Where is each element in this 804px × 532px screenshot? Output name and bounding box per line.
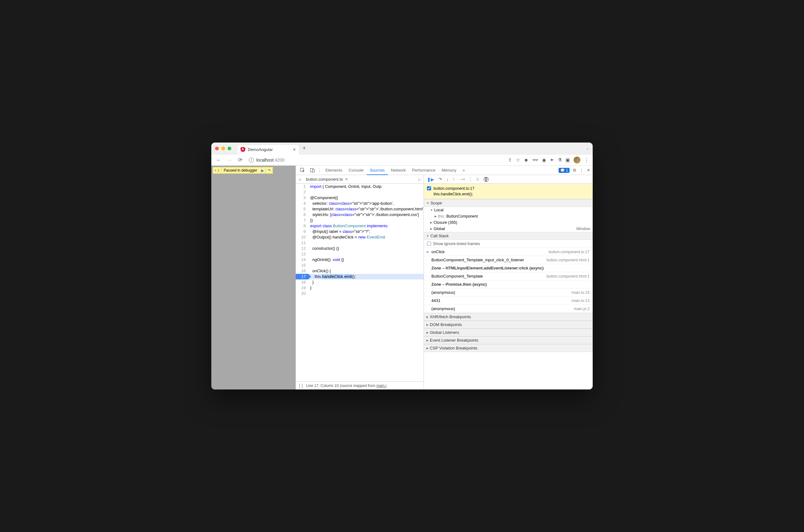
step-into-icon[interactable]: ↓ [446, 177, 448, 182]
code-line[interactable]: 8export class ButtonComponent implements [296, 223, 424, 229]
code-line[interactable]: 7}) [296, 217, 424, 223]
debugger-toggle-icon[interactable]: ▷ [418, 177, 421, 182]
callstack-frame[interactable]: ButtonComponent_Templatebutton.component… [424, 272, 593, 280]
code-line[interactable]: 18 } [296, 280, 424, 285]
section-dom-breakpoints[interactable]: ▶DOM Breakpoints [424, 321, 593, 328]
forward-button[interactable]: → [226, 156, 233, 164]
code-line[interactable]: 2 [296, 189, 424, 195]
code-line[interactable]: 12 constructor() {} [296, 246, 424, 251]
new-tab-button[interactable]: + [303, 145, 306, 152]
devtools-tab-elements[interactable]: Elements [322, 166, 345, 175]
labs-icon[interactable]: ⚗ [558, 157, 562, 163]
code-line[interactable]: 3@Component({ [296, 195, 424, 201]
breakpoint-enabled-checkbox[interactable] [427, 186, 431, 190]
back-button[interactable]: ← [215, 156, 223, 164]
devtools-tab-memory[interactable]: Memory [439, 166, 460, 175]
code-line[interactable]: 16 onClick() { [296, 268, 424, 274]
scope-global[interactable]: ▶GlobalWindow [424, 226, 593, 232]
code-line[interactable]: 6 styleUrls: [class=class="str">"str">'.… [296, 212, 424, 217]
minimize-window-icon[interactable] [221, 147, 225, 150]
code-editor[interactable]: 1import { Component, OnInit, Input, Outp… [296, 184, 424, 381]
source-map-link[interactable]: main.j [376, 383, 386, 388]
pause-exceptions-icon[interactable]: ❚❚ [484, 177, 489, 182]
browser-tab[interactable]: DemoAngular ✕ [237, 145, 300, 154]
code-line[interactable]: 10 @Output() handleClick = new EventEmit [296, 234, 424, 240]
code-line[interactable]: 1import { Component, OnInit, Input, Outp [296, 184, 424, 189]
issues-badge[interactable]: 💬 1 [559, 168, 570, 173]
code-line[interactable]: 17 this.handleClick.emit(); [296, 274, 424, 280]
code-line[interactable]: 13 [296, 251, 424, 257]
close-file-icon[interactable]: ✕ [345, 177, 348, 182]
scope-header[interactable]: ▼Scope [424, 199, 593, 207]
tabs-menu-icon[interactable]: ⌄ [586, 146, 589, 150]
reload-button[interactable]: ⟳ [236, 156, 244, 164]
angular-logo-icon [241, 147, 245, 152]
scope-closure[interactable]: ▶Closure (355) [424, 220, 593, 226]
extension-icon-1[interactable]: ☻ [523, 157, 529, 163]
code-line[interactable]: 19} [296, 285, 424, 291]
maximize-window-icon[interactable] [228, 147, 231, 150]
code-line[interactable]: 20 [296, 291, 424, 296]
close-tab-icon[interactable]: ✕ [292, 147, 296, 152]
section-csp-violation-breakpoints[interactable]: ▶CSP Violation Breakpoints [424, 344, 593, 352]
callstack-frame[interactable]: onClickbutton.component.ts:17 [424, 248, 593, 256]
overlay-step-icon[interactable]: ↷ [266, 168, 273, 173]
chrome-menu-icon[interactable]: ⋮ [584, 157, 589, 163]
page-viewport: + 1 Paused in debugger ▶ ↷ [211, 166, 296, 390]
section-event-listener-breakpoints[interactable]: ▶Event Listener Breakpoints [424, 336, 593, 344]
overlay-resume-icon[interactable]: ▶ [260, 168, 266, 173]
site-info-icon[interactable]: i [249, 157, 254, 163]
device-toolbar-icon[interactable] [308, 167, 317, 174]
code-line[interactable]: 9 @Input() label = class="str">"?"; [296, 229, 424, 234]
callstack-frame[interactable]: (anonymous)main.js:2 [424, 305, 593, 313]
section-global-listeners[interactable]: ▶Global Listeners [424, 328, 593, 336]
devtools-panel: ElementsConsoleSourcesNetworkPerformance… [296, 166, 593, 390]
devtools-tab-console[interactable]: Console [345, 166, 367, 175]
code-line[interactable]: 15 [296, 263, 424, 268]
devtools-ext-icon[interactable]: ◉ [542, 157, 546, 163]
more-tabs-icon[interactable]: » [461, 167, 467, 174]
callstack-frame[interactable]: Zone – HTMLInputElement.addEventListener… [424, 264, 593, 272]
callstack-frame[interactable]: Zone – Promise.then (async) [424, 280, 593, 288]
close-devtools-icon[interactable]: ✕ [587, 168, 590, 173]
profile-avatar[interactable] [574, 157, 580, 164]
callstack-frame[interactable]: (anonymous)main.ts:15 [424, 288, 593, 297]
bookmark-icon[interactable]: ☆ [516, 157, 520, 163]
extensions-icon[interactable]: ✦ [550, 157, 554, 163]
section-xhr-fetch-breakpoints[interactable]: ▶XHR/fetch Breakpoints [424, 313, 593, 321]
scope-this[interactable]: ▶this: ButtonComponent [424, 213, 593, 220]
code-line[interactable]: 5 templateUrl: class=class="str">"str">'… [296, 206, 424, 212]
scope-local[interactable]: ▼Local [424, 207, 593, 213]
callstack-header[interactable]: ▼Call Stack [424, 232, 593, 240]
devtools-tab-performance[interactable]: Performance [409, 166, 438, 175]
breakpoint-code: this.handleClick.emit(); [434, 191, 475, 197]
step-out-icon[interactable]: ↑ [453, 177, 455, 182]
devtools-tab-network[interactable]: Network [388, 166, 409, 175]
devtools-menu-icon[interactable]: ⋮ [579, 168, 583, 173]
resume-icon[interactable]: ❚▶ [427, 177, 434, 182]
url-input[interactable]: i localhost:4200 [247, 157, 505, 163]
close-window-icon[interactable] [215, 147, 219, 150]
callstack-frame[interactable]: 4431main.ts:13 [424, 297, 593, 305]
share-icon[interactable]: ⇪ [508, 157, 512, 163]
step-over-icon[interactable]: ↷ [439, 177, 442, 182]
callstack-frame[interactable]: ButtonComponent_Template_input_click_0_l… [424, 256, 593, 264]
inspect-element-icon[interactable] [298, 167, 307, 174]
code-line[interactable]: 14 ngOnInit(): void {} [296, 257, 424, 263]
incognito-icon[interactable]: 👓 [532, 157, 538, 163]
tab-title: DemoAngular [248, 147, 273, 152]
show-ignore-listed[interactable]: Show ignore-listed frames [424, 240, 593, 248]
editor-pane: ▹ button.component.ts ✕ ▷ 1import { Comp… [296, 175, 424, 390]
navigator-toggle-icon[interactable]: ▹ [298, 176, 304, 182]
code-line[interactable]: 4 selector: class=class="str">"str">'app… [296, 201, 424, 206]
settings-icon[interactable]: ⚙ [573, 168, 576, 173]
code-line[interactable]: 11 [296, 240, 424, 246]
breakpoint-file: button.component.ts:17 [434, 186, 475, 191]
editor-file-tab[interactable]: button.component.ts ✕ [304, 176, 351, 183]
sidepanel-icon[interactable]: ▣ [566, 157, 570, 163]
devtools-tab-sources[interactable]: Sources [367, 166, 388, 175]
pretty-print-icon[interactable]: { } [299, 383, 303, 388]
step-icon[interactable]: →• [459, 177, 465, 182]
deactivate-breakpoints-icon[interactable]: ⁠◤⃥ [476, 177, 480, 182]
ignore-listed-checkbox[interactable] [427, 242, 431, 246]
